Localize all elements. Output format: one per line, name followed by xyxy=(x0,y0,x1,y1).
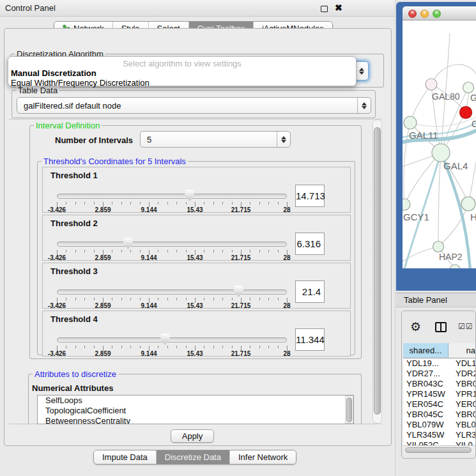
name-cell[interactable]: YIL0 xyxy=(452,440,475,445)
shared-name-cell[interactable]: YBR045C xyxy=(403,410,452,420)
shared-name-cell[interactable]: YBR043C xyxy=(403,379,452,389)
tab-impute-data[interactable]: Impute Data xyxy=(94,450,157,464)
network-edge[interactable] xyxy=(468,155,476,204)
threshold-value-field[interactable]: 6.316 xyxy=(295,233,325,255)
shared-name-cell[interactable]: YDL19... xyxy=(403,358,452,369)
network-node[interactable] xyxy=(403,199,410,210)
threshold-value-field[interactable]: 21.4 xyxy=(295,280,325,303)
column-header-name[interactable]: na xyxy=(449,343,475,358)
horizontal-scrollbar-thumb[interactable] xyxy=(405,447,472,453)
network-node[interactable] xyxy=(450,265,460,268)
column-header-shared-name[interactable]: shared... xyxy=(403,343,449,358)
table-row[interactable]: YLR345WYLR3 xyxy=(403,430,475,440)
name-cell[interactable]: YER0 xyxy=(452,399,475,410)
float-window-icon[interactable] xyxy=(321,6,328,12)
vertical-scrollbar-thumb[interactable] xyxy=(374,127,381,415)
columns-icon[interactable] xyxy=(435,322,447,332)
network-node[interactable] xyxy=(426,79,437,90)
network-edge[interactable] xyxy=(438,153,441,247)
attributes-group-title: Attributes to discretize xyxy=(33,369,118,379)
table-row[interactable]: YDL19...YDL1 xyxy=(403,358,475,369)
shared-name-cell[interactable]: YIL052C xyxy=(403,440,452,445)
number-of-intervals-combobox[interactable]: 5 xyxy=(140,131,291,148)
list-scrollbar[interactable] xyxy=(345,395,353,424)
slider-tick-label: 2.859 xyxy=(95,350,111,357)
network-edge[interactable] xyxy=(404,153,441,204)
threshold-label: Threshold 2 xyxy=(50,219,98,228)
slider-thumb[interactable] xyxy=(123,238,133,249)
slider-tick xyxy=(278,298,279,300)
table-data-combobox[interactable]: galFiltered.sif default node xyxy=(17,97,371,114)
name-cell[interactable]: YBR0 xyxy=(452,410,475,420)
network-node[interactable] xyxy=(461,197,475,211)
slider-track[interactable] xyxy=(57,289,287,295)
name-cell[interactable]: YLR3 xyxy=(452,430,475,440)
slider-tick-label: 21.715 xyxy=(231,254,251,261)
network-node[interactable] xyxy=(460,107,472,119)
slider-tick xyxy=(259,298,260,300)
slider-track[interactable] xyxy=(57,242,287,247)
name-cell[interactable]: YBL0 xyxy=(452,420,475,430)
name-cell[interactable]: YBR0 xyxy=(452,379,475,389)
network-node[interactable] xyxy=(404,116,417,129)
apply-button[interactable]: Apply xyxy=(171,429,214,443)
minimize-light[interactable] xyxy=(420,10,429,18)
algorithm-option[interactable]: Manual Discretization xyxy=(8,68,356,78)
shared-name-cell[interactable]: YBL079W xyxy=(403,420,452,430)
slider-tick-label: 15.43 xyxy=(187,254,203,261)
table-body: YDL19...YDL1YDR27...YDR2YBR043CYBR0YPR14… xyxy=(403,358,475,445)
slider-tick xyxy=(75,298,76,300)
slider-track[interactable] xyxy=(57,337,287,342)
slider-tick xyxy=(75,346,76,348)
slider-thumb[interactable] xyxy=(160,334,170,345)
numerical-attributes-list[interactable]: SelfLoopsTopologicalCoefficientBetweenne… xyxy=(37,395,354,424)
slider-tick xyxy=(176,346,177,348)
slider-track[interactable] xyxy=(57,194,287,199)
name-cell[interactable]: YDR2 xyxy=(452,369,475,379)
table-row[interactable]: YBR045CYBR0 xyxy=(403,410,475,420)
attribute-list-item[interactable]: SelfLoops xyxy=(38,395,353,406)
table-row[interactable]: YBL079WYBL0 xyxy=(403,420,475,430)
tab-infer-network[interactable]: Infer Network xyxy=(230,450,296,464)
threshold-value-field[interactable]: 14.713 xyxy=(295,185,325,207)
combo-stepper-icon[interactable] xyxy=(277,132,290,147)
table-row[interactable]: YPR145WYPR1 xyxy=(403,389,475,399)
table-row[interactable]: YER054CYER0 xyxy=(403,399,475,410)
table-row[interactable]: YDR27...YDR2 xyxy=(403,369,475,379)
slider-thumb[interactable] xyxy=(234,286,243,297)
slider-tick xyxy=(140,250,141,252)
network-edge[interactable] xyxy=(431,65,476,84)
combo-stepper-icon[interactable] xyxy=(355,62,368,80)
network-node-label: GA xyxy=(470,93,476,103)
tab-discretize-data[interactable]: Discretize Data xyxy=(157,450,230,464)
zoom-light[interactable] xyxy=(433,10,441,18)
name-cell[interactable]: YPR1 xyxy=(452,389,475,399)
slider-tick xyxy=(84,250,85,252)
vertical-scrollbar[interactable] xyxy=(372,119,382,424)
network-node[interactable] xyxy=(463,82,474,93)
close-icon[interactable]: ✖ xyxy=(335,3,342,13)
attribute-list-item[interactable]: TopologicalCoefficient xyxy=(38,406,353,416)
gear-icon[interactable]: ⚙ xyxy=(410,319,421,334)
threshold-panel: Threshold 2-3.4262.8599.14415.4321.71528… xyxy=(42,215,351,261)
shared-name-cell[interactable]: YPR145W xyxy=(403,389,452,399)
shared-name-cell[interactable]: YLR345W xyxy=(403,430,452,440)
horizontal-scrollbar[interactable] xyxy=(403,445,475,454)
algorithm-option[interactable]: Equal Width/Frequency Discretization xyxy=(8,78,356,88)
shared-name-cell[interactable]: YER054C xyxy=(403,399,452,410)
close-light[interactable] xyxy=(408,10,417,18)
combo-stepper-icon[interactable] xyxy=(357,98,371,113)
network-canvas[interactable]: GAL80GACGAL11GAL4GCY1HHAP2 xyxy=(403,20,476,268)
slider-thumb[interactable] xyxy=(185,190,194,201)
slider-tick xyxy=(204,202,204,204)
threshold-value-field[interactable]: 11.344 xyxy=(295,328,325,351)
name-cell[interactable]: YDL1 xyxy=(452,358,475,369)
checkboxes-icon[interactable]: ☑☑ xyxy=(458,322,473,331)
list-scrollbar-thumb[interactable] xyxy=(346,397,352,422)
table-row[interactable]: YBR043CYBR0 xyxy=(403,379,475,389)
network-node[interactable] xyxy=(433,242,444,252)
attribute-list-item[interactable]: BetweennessCentrality xyxy=(38,416,353,424)
shared-name-cell[interactable]: YDR27... xyxy=(403,369,452,379)
network-node[interactable] xyxy=(432,144,450,162)
table-row[interactable]: YIL052CYIL0 xyxy=(403,440,475,445)
